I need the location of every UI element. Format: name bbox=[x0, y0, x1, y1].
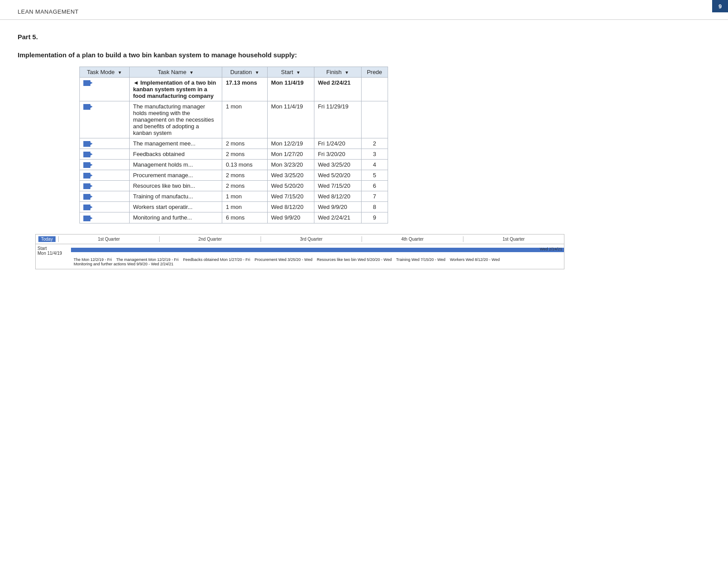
cell-task-mode bbox=[80, 78, 130, 101]
cell-pred: 2 bbox=[361, 138, 388, 149]
cell-finish: Wed 2/24/21 bbox=[314, 78, 361, 101]
cell-duration: 2 mons bbox=[222, 138, 268, 149]
section-title: Implementation of a plan to build a two … bbox=[18, 51, 710, 59]
cell-pred: 7 bbox=[361, 191, 388, 202]
header-title: LEAN MANAGEMENT bbox=[18, 8, 78, 15]
cell-task-name: Procurement manage... bbox=[129, 170, 222, 181]
task-mode-icon bbox=[83, 80, 90, 86]
task-mode-icon bbox=[83, 173, 90, 179]
cell-task-mode bbox=[80, 191, 130, 202]
cell-pred: 6 bbox=[361, 181, 388, 191]
cell-task-name: Feedbacks obtained bbox=[129, 149, 222, 160]
gantt-finish-date: Wed 2/24/21 bbox=[540, 247, 562, 251]
task-mode-icon bbox=[83, 183, 90, 189]
main-content: Part 5. Implementation of a plan to buil… bbox=[0, 20, 728, 278]
gantt-subtask-labels: The Mon 12/2/19 - FriThe management Mon … bbox=[36, 257, 564, 267]
page-header: LEAN MANAGEMENT bbox=[0, 0, 728, 20]
cell-pred: 5 bbox=[361, 170, 388, 181]
cell-task-name: The management mee... bbox=[129, 138, 222, 149]
sort-arrow-finish: ▼ bbox=[344, 70, 349, 75]
col-header-task-name[interactable]: Task Name ▼ bbox=[129, 67, 222, 78]
task-mode-icon bbox=[83, 216, 90, 221]
gantt-bar-label: Training Wed 7/15/20 - Wed bbox=[396, 257, 445, 262]
today-button[interactable]: Today bbox=[38, 236, 56, 242]
quarter-label: 2nd Quarter bbox=[159, 236, 260, 242]
gantt-bar-label: Resources like two bin Wed 5/20/20 - Wed bbox=[317, 257, 392, 262]
cell-pred: 8 bbox=[361, 202, 388, 212]
cell-task-mode bbox=[80, 160, 130, 170]
col-header-task-mode[interactable]: Task Mode ▼ bbox=[80, 67, 130, 78]
cell-start: Mon 1/27/20 bbox=[267, 149, 314, 160]
quarter-label: 1st Quarter bbox=[58, 236, 159, 242]
quarter-label: 1st Quarter bbox=[463, 236, 564, 242]
task-mode-icon bbox=[83, 162, 90, 168]
col-header-pred: Prede bbox=[361, 67, 388, 78]
gantt-bar-label: Monitoring and further actions Wed 9/9/2… bbox=[74, 262, 173, 266]
gantt-bar-label: Feedbacks obtained Mon 1/27/20 - Fri bbox=[183, 257, 250, 262]
cell-task-mode bbox=[80, 138, 130, 149]
cell-task-mode bbox=[80, 170, 130, 181]
gantt-project-bar-area: Wed 2/24/21 bbox=[71, 246, 564, 254]
cell-duration: 2 mons bbox=[222, 149, 268, 160]
cell-finish: Wed 9/9/20 bbox=[314, 202, 361, 212]
task-mode-icon bbox=[83, 205, 90, 210]
sort-arrow-task-mode: ▼ bbox=[118, 70, 122, 75]
task-mode-icon bbox=[83, 104, 90, 110]
gantt-bar-label: Procurement Wed 3/25/20 - Wed bbox=[254, 257, 312, 262]
cell-start: Wed 5/20/20 bbox=[267, 181, 314, 191]
cell-task-name: Resources like two bin... bbox=[129, 181, 222, 191]
quarter-label: 4th Quarter bbox=[362, 236, 463, 242]
task-mode-icon bbox=[83, 141, 90, 147]
cell-task-mode bbox=[80, 202, 130, 212]
col-header-finish[interactable]: Finish ▼ bbox=[314, 67, 361, 78]
gantt-bar-label: The management Mon 12/2/19 - Fri bbox=[116, 257, 179, 262]
cell-task-name: Workers start operatir... bbox=[129, 202, 222, 212]
sort-arrow-start: ▼ bbox=[296, 70, 300, 75]
cell-task-mode bbox=[80, 212, 130, 223]
cell-start: Mon 12/2/19 bbox=[267, 138, 314, 149]
cell-finish: Wed 8/12/20 bbox=[314, 191, 361, 202]
gantt-start-col-label: Start Mon 11/4/19 bbox=[36, 246, 71, 256]
cell-finish: Fri 1/24/20 bbox=[314, 138, 361, 149]
cell-start: Wed 7/15/20 bbox=[267, 191, 314, 202]
task-mode-icon bbox=[83, 152, 90, 157]
cell-duration: 1 mon bbox=[222, 101, 268, 138]
cell-task-mode bbox=[80, 149, 130, 160]
gantt-bar-label: The Mon 12/2/19 - Fri bbox=[74, 257, 112, 262]
cell-duration: 17.13 mons bbox=[222, 78, 268, 101]
page-number: 9 bbox=[712, 0, 728, 12]
sort-arrow-duration: ▼ bbox=[255, 70, 259, 75]
gantt-bar-label: Workers Wed 8/12/20 - Wed bbox=[450, 257, 500, 262]
cell-task-mode bbox=[80, 101, 130, 138]
gantt-chart-area: Today 1st Quarter2nd Quarter3rd Quarter4… bbox=[35, 234, 564, 269]
cell-task-name: The manufacturing manager holds meeting … bbox=[129, 101, 222, 138]
task-mode-icon bbox=[83, 194, 90, 200]
cell-pred: 3 bbox=[361, 149, 388, 160]
gantt-data-area: Start Mon 11/4/19 Wed 2/24/21 The Mon 12… bbox=[36, 244, 564, 269]
col-header-start[interactable]: Start ▼ bbox=[267, 67, 314, 78]
cell-finish: Wed 5/20/20 bbox=[314, 170, 361, 181]
cell-start: Mon 3/23/20 bbox=[267, 160, 314, 170]
cell-task-name: Training of manufactu... bbox=[129, 191, 222, 202]
col-header-duration[interactable]: Duration ▼ bbox=[222, 67, 268, 78]
cell-finish: Wed 2/24/21 bbox=[314, 212, 361, 223]
cell-start: Wed 8/12/20 bbox=[267, 202, 314, 212]
cell-duration: 0.13 mons bbox=[222, 160, 268, 170]
cell-duration: 1 mon bbox=[222, 202, 268, 212]
cell-start: Mon 11/4/19 bbox=[267, 78, 314, 101]
cell-finish: Fri 11/29/19 bbox=[314, 101, 361, 138]
cell-task-name: ◄ Implementation of a two bin kanban sys… bbox=[129, 78, 222, 101]
cell-duration: 2 mons bbox=[222, 181, 268, 191]
gantt-chart-header: Today 1st Quarter2nd Quarter3rd Quarter4… bbox=[36, 234, 564, 244]
cell-duration: 6 mons bbox=[222, 212, 268, 223]
cell-finish: Wed 7/15/20 bbox=[314, 181, 361, 191]
cell-finish: Fri 3/20/20 bbox=[314, 149, 361, 160]
cell-pred: 4 bbox=[361, 160, 388, 170]
cell-duration: 1 mon bbox=[222, 191, 268, 202]
gantt-table-wrapper: Task Mode ▼ Task Name ▼ Duration ▼ Start… bbox=[79, 67, 710, 223]
gantt-project-bar bbox=[71, 248, 564, 252]
cell-start: Wed 3/25/20 bbox=[267, 170, 314, 181]
cell-task-mode bbox=[80, 181, 130, 191]
gantt-table: Task Mode ▼ Task Name ▼ Duration ▼ Start… bbox=[79, 67, 388, 223]
cell-start: Mon 11/4/19 bbox=[267, 101, 314, 138]
